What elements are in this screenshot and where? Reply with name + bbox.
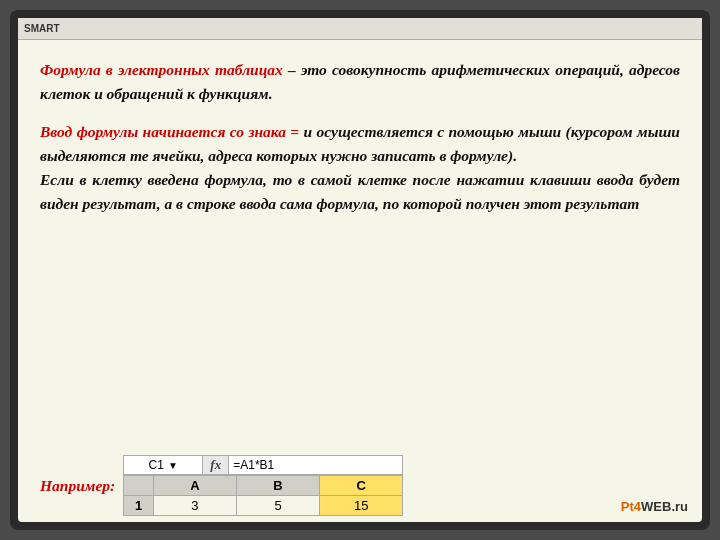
col-header-c: C <box>320 476 403 496</box>
table-row: 1 3 5 15 <box>124 496 403 516</box>
watermark-pt: Pt4 <box>621 499 641 514</box>
cell-a1[interactable]: 3 <box>153 496 236 516</box>
col-header-b: B <box>236 476 319 496</box>
content-area: Формула в электронных таблицах – это сов… <box>18 40 702 453</box>
formula-value-box: =A1*B1 <box>229 455 403 475</box>
sheet-table: A B C 1 3 5 15 <box>123 475 403 516</box>
example-row: Например: C1 ▼ fx =A1*B1 <box>40 455 680 516</box>
paragraph-1: Формула в электронных таблицах – это сов… <box>40 58 680 106</box>
board-inner: SMART Формула в электронных таблицах – э… <box>18 18 702 522</box>
watermark-web: WEB.ru <box>641 499 688 514</box>
spreadsheet-wrapper: C1 ▼ fx =A1*B1 A B C <box>123 455 403 516</box>
gap <box>40 106 680 120</box>
row-header-1: 1 <box>124 496 154 516</box>
fx-icon: fx <box>203 455 229 475</box>
cell-c1[interactable]: 15 <box>320 496 403 516</box>
watermark: Pt4WEB.ru <box>621 499 688 514</box>
dropdown-arrow-icon[interactable]: ▼ <box>168 460 178 471</box>
board-outer: SMART Формула в электронных таблицах – э… <box>10 10 710 530</box>
paragraph-3: Если в клетку введена формула, то в само… <box>40 168 680 216</box>
paragraph-2: Ввод формулы начинается со знака = и осу… <box>40 120 680 168</box>
formula-bar: C1 ▼ fx =A1*B1 <box>123 455 403 475</box>
smart-logo: SMART <box>24 23 60 34</box>
para2-eq: = <box>286 123 304 140</box>
top-bar: SMART <box>18 18 702 40</box>
example-label: Например: <box>40 477 115 495</box>
cell-ref-box[interactable]: C1 ▼ <box>123 455 203 475</box>
col-header-empty <box>124 476 154 496</box>
bottom-section: Например: C1 ▼ fx =A1*B1 <box>18 453 702 522</box>
col-header-a: A <box>153 476 236 496</box>
para1-highlight: Формула в электронных таблицах <box>40 61 283 78</box>
para2-highlight: Ввод формулы начинается со знака <box>40 123 286 140</box>
cell-b1[interactable]: 5 <box>236 496 319 516</box>
cell-ref-value: C1 <box>149 458 164 472</box>
